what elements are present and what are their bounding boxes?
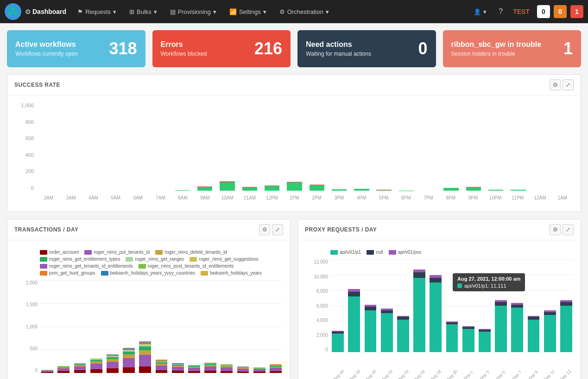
test-badge: TEST [509, 8, 533, 15]
nav-right: 👤 ▾ ? TEST 0 0 1 [468, 0, 583, 23]
proxy-expand-button[interactable]: ⤢ [563, 224, 574, 235]
navbar: ⊙ Dashboard ⚑ Requests ▾ ⊞ Bulks ▾ ▤ Pro… [0, 0, 588, 23]
expand-tool-button[interactable]: ⤢ [563, 79, 574, 90]
stat-card-title: Errors [161, 40, 207, 49]
main-content: Active workflows Workflows currently ope… [0, 23, 588, 379]
bottom-charts: TRANSACTIONS / DAY ⚙ ⤢ order_accountroge… [7, 219, 581, 379]
stat-cards: Active workflows Workflows currently ope… [7, 30, 581, 67]
stat-card-value: 0 [418, 39, 427, 58]
logo-icon [5, 3, 21, 20]
user-icon: 👤 [474, 8, 481, 15]
nav-user[interactable]: 👤 ▾ [468, 0, 492, 23]
transactions-chart: 05001,0001,5002,000 Aug 16Aug 18Aug 20Au… [14, 280, 283, 379]
transactions-y-axis: 05001,0001,5002,000 [14, 280, 40, 373]
stat-card-value: 216 [254, 39, 282, 58]
transactions-expand-button[interactable]: ⤢ [272, 224, 283, 235]
stat-card-title: Need actions [306, 40, 371, 49]
dropdown-icon: ▾ [263, 8, 266, 15]
svg-point-0 [5, 3, 21, 20]
proxy-settings-button[interactable]: ⚙ [550, 224, 561, 235]
transactions-body: order_accountroger_nims_put_tenants_idro… [7, 240, 290, 379]
stat-card-subtitle: Waiting for manual actions [306, 51, 371, 57]
transactions-title: TRANSACTIONS / DAY [14, 226, 79, 233]
dropdown-icon: ▾ [154, 8, 157, 15]
transactions-legend: order_accountroger_nims_put_tenants_idro… [14, 247, 283, 280]
proxy-title: PROXY REQUESTS / DAY [305, 226, 377, 233]
stat-card-title: ribbon_sbc_gw in trouble [451, 40, 542, 49]
proxy-tools: ⚙ ⤢ [550, 224, 574, 235]
proxy-panel: PROXY REQUESTS / DAY ⚙ ⤢ api/v01/p1nulla… [297, 219, 581, 379]
gear-icon: ⚙ [279, 8, 285, 15]
stat-card-title: Active workflows [15, 40, 78, 49]
nav-provisioning[interactable]: ▤ Provisioning ▾ [164, 0, 222, 23]
badge-counter-red: 1 [570, 5, 583, 18]
dropdown-icon: ▾ [113, 8, 116, 15]
proxy-plot [330, 259, 574, 352]
success-rate-title: SUCCESS RATE [14, 82, 60, 88]
proxy-y-axis: 02,0004,0006,0008,00010,00012,000 [305, 259, 330, 352]
transactions-tools: ⚙ ⤢ [259, 224, 283, 235]
success-plot-area [38, 103, 574, 191]
nav-bulks[interactable]: ⊞ Bulks ▾ [124, 0, 163, 23]
transactions-panel: TRANSACTIONS / DAY ⚙ ⤢ order_accountroge… [7, 219, 291, 379]
stat-card-text: Errors Workflows blocked [161, 40, 207, 57]
dropdown-icon: ▾ [326, 8, 329, 15]
proxy-header: PROXY REQUESTS / DAY ⚙ ⤢ [298, 219, 581, 240]
svg-point-1 [11, 6, 15, 11]
settings-tool-button[interactable]: ⚙ [550, 79, 561, 90]
nav-settings[interactable]: 📶 Settings ▾ [224, 0, 272, 23]
transactions-x-axis: Aug 16Aug 18Aug 20Aug 22Aug 24Aug 26Aug … [40, 373, 283, 379]
brand-label[interactable]: ⊙ Dashboard [25, 8, 66, 15]
brand[interactable]: ⊙ Dashboard [5, 3, 66, 20]
success-rate-chart: 02004006008001,000 2AM3AM4AM5AM6AM7AM8AM… [14, 103, 574, 205]
stat-card-text: ribbon_sbc_gw in trouble Session holders… [451, 40, 542, 57]
transactions-settings-button[interactable]: ⚙ [259, 224, 270, 235]
success-rate-body: 02004006008001,000 2AM3AM4AM5AM6AM7AM8AM… [7, 96, 581, 212]
stat-card-errors[interactable]: Errors Workflows blocked 216 [152, 30, 291, 67]
svg-point-2 [8, 12, 12, 15]
flag-icon: ⚑ [77, 8, 83, 15]
grid-icon: ⊞ [129, 8, 134, 15]
proxy-x-axis: Aug 16Aug 18Aug 20Aug 22Aug 24Aug 26Aug … [330, 352, 574, 379]
user-dropdown-icon: ▾ [483, 8, 487, 15]
nav-help[interactable]: ? [496, 7, 506, 16]
dropdown-icon: ▾ [213, 8, 216, 15]
success-rate-header: SUCCESS RATE ⚙ ⤢ [7, 75, 581, 96]
server-icon: ▤ [170, 8, 176, 15]
badge-counter-0: 0 [537, 5, 550, 18]
proxy-chart: 02,0004,0006,0008,00010,00012,000 Aug 16… [305, 259, 574, 379]
transactions-header: TRANSACTIONS / DAY ⚙ ⤢ [7, 219, 290, 240]
nav-orchestration[interactable]: ⚙ Orchestration ▾ [274, 0, 335, 23]
bar-chart-icon: 📶 [229, 8, 237, 15]
stat-card-text: Need actions Waiting for manual actions [306, 40, 371, 57]
stat-card-subtitle: Workflows blocked [161, 51, 207, 57]
nav-requests[interactable]: ⚑ Requests ▾ [72, 0, 122, 23]
stat-card-value: 318 [109, 39, 137, 58]
transactions-plot [40, 280, 283, 373]
panel-tools: ⚙ ⤢ [550, 79, 574, 90]
proxy-legend: api/v01/p1nullapi/v01/pxs [305, 247, 574, 259]
stat-card-subtitle: Workflows currently open [15, 51, 78, 57]
proxy-body: api/v01/p1nullapi/v01/pxs 02,0004,0006,0… [298, 240, 581, 379]
success-y-axis: 02004006008001,000 [14, 103, 38, 191]
stat-card-trouble[interactable]: ribbon_sbc_gw in trouble Session holders… [443, 30, 582, 67]
svg-point-3 [14, 12, 18, 15]
success-rate-panel: SUCCESS RATE ⚙ ⤢ 02004006008001,000 2AM3… [7, 74, 581, 212]
stat-card-active-workflows[interactable]: Active workflows Workflows currently ope… [7, 30, 145, 67]
stat-card-subtitle: Session holders in trouble [451, 51, 542, 57]
stat-card-value: 1 [563, 39, 573, 58]
stat-card-text: Active workflows Workflows currently ope… [15, 40, 78, 57]
success-x-axis: 2AM3AM4AM5AM6AM7AM8AM9AM10AM11AM12PM1PM2… [38, 191, 574, 205]
stat-card-need-actions[interactable]: Need actions Waiting for manual actions … [297, 30, 436, 67]
badge-counter-orange: 0 [554, 5, 567, 18]
